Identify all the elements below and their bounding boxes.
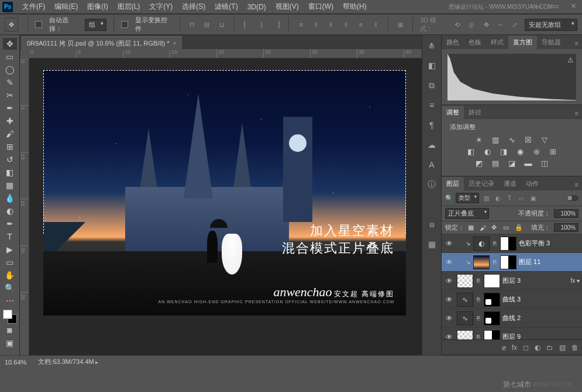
mask-thumbnail[interactable] [484, 330, 500, 340]
filter-kind-dropdown[interactable]: 类型 [456, 193, 479, 203]
mask-thumbnail[interactable] [500, 255, 516, 269]
quick-select-tool-icon[interactable]: ✎ [3, 77, 17, 88]
zoom-level[interactable]: 10.64% [5, 359, 26, 366]
lasso-tool-icon[interactable]: ◯ [3, 64, 17, 75]
colorlookup-icon[interactable]: ⊞ [547, 147, 558, 156]
doc-info[interactable]: 文档:63.3M/734.4M [38, 358, 98, 366]
hand-tool-icon[interactable]: ✋ [3, 269, 17, 281]
align-left-icon[interactable]: ▏ [242, 19, 252, 30]
tab-styles[interactable]: 样式 [486, 36, 508, 49]
brush-panel-icon[interactable]: ⋔ [426, 40, 438, 51]
distribute-icon[interactable]: ⫴ [340, 19, 350, 30]
layer-fx-icon[interactable]: fx [512, 344, 517, 352]
vibrance-icon[interactable]: ▽ [539, 135, 550, 144]
info-panel-icon[interactable]: ⓘ [426, 179, 438, 190]
curves-icon[interactable]: ∿ [507, 135, 517, 144]
clone-source-icon[interactable]: ⧉ [426, 79, 438, 91]
layer-list[interactable]: 👁 ↘ ◐ ⎘ 色彩平衡 3 👁 ↘ ⎘ 图层 11 👁 [442, 234, 582, 339]
minimize-icon[interactable]: — [529, 0, 547, 12]
type-panel-icon[interactable]: A [426, 159, 438, 171]
fill-input[interactable]: 100% [554, 223, 578, 232]
layer-row[interactable]: 👁 ↘ ⎘ 图层 11 [442, 253, 582, 272]
document-tab[interactable]: 0R9A0111 拷 贝.psd @ 10.6% (图层 11, RGB/8) … [21, 36, 182, 50]
tab-swatches[interactable]: 色板 [464, 36, 486, 49]
glyphs-icon[interactable]: ⧇ [426, 218, 438, 230]
pen-tool-icon[interactable]: ✒ [3, 218, 17, 230]
bw-icon[interactable]: ◨ [498, 147, 509, 156]
menu-view[interactable]: 视图(V) [271, 1, 304, 13]
visibility-icon[interactable]: 👁 [444, 238, 454, 249]
mask-thumbnail[interactable] [500, 237, 516, 251]
layer-thumbnail[interactable] [457, 330, 473, 340]
canvas[interactable]: 加入星空素材 混合模式正片叠底 anwenchao 安文超 高端修图 AN WE… [43, 70, 406, 315]
layer-name[interactable]: 曲线 3 [502, 295, 521, 304]
brush-presets-icon[interactable]: ◧ [426, 60, 438, 71]
menu-edit[interactable]: 编辑(E) [50, 1, 82, 13]
menu-select[interactable]: 选择(S) [177, 1, 210, 13]
stamp-tool-icon[interactable]: ⊞ [3, 141, 17, 152]
distribute-icon[interactable]: ⫴ [326, 19, 336, 30]
tab-color[interactable]: 颜色 [442, 36, 464, 49]
marquee-tool-icon[interactable]: ▭ [3, 51, 17, 63]
panel-menu-icon[interactable]: ≡ [571, 37, 582, 49]
opacity-input[interactable]: 100% [554, 209, 578, 218]
tab-paths[interactable]: 路径 [464, 106, 486, 119]
lock-move-icon[interactable]: ✥ [491, 224, 500, 231]
menu-layer[interactable]: 图层(L) [113, 1, 145, 13]
new-layer-icon[interactable]: ▤ [559, 344, 566, 352]
move-tool-icon[interactable]: ✥ [5, 18, 18, 32]
align-bottom-icon[interactable]: ⊔ [217, 19, 227, 30]
layer-name[interactable]: 色彩平衡 3 [519, 239, 550, 248]
histogram-warning-icon[interactable]: ⚠ [567, 56, 574, 64]
layer-name[interactable]: 图层 3 [502, 276, 521, 285]
gradientmap-icon[interactable]: ▬ [523, 158, 533, 168]
rectangle-tool-icon[interactable]: ▭ [3, 256, 17, 268]
filter-smart-icon[interactable]: ▣ [528, 194, 538, 202]
layer-thumbnail[interactable]: ∿ [457, 293, 473, 307]
layer-thumbnail[interactable]: ∿ [457, 311, 473, 325]
visibility-icon[interactable]: 👁 [444, 276, 454, 286]
layer-mask-icon[interactable]: ◻ [523, 344, 529, 352]
3d-orbit-icon[interactable]: ⟲ [452, 19, 462, 30]
mask-link-icon[interactable]: ⎘ [476, 334, 481, 339]
tab-adjustments[interactable]: 调整 [442, 106, 464, 119]
layer-thumbnail[interactable]: ◐ [473, 237, 490, 251]
auto-select-checkbox[interactable] [35, 21, 42, 28]
mask-thumbnail[interactable] [484, 311, 500, 325]
type-tool-icon[interactable]: T [3, 231, 17, 242]
eraser-tool-icon[interactable]: ◧ [3, 166, 17, 178]
healing-tool-icon[interactable]: ✚ [3, 115, 17, 127]
visibility-icon[interactable]: 👁 [444, 332, 454, 340]
brush-tool-icon[interactable]: 🖌 [3, 128, 17, 140]
layer-name[interactable]: 曲线 2 [502, 314, 521, 322]
link-layers-icon[interactable]: ⌀ [502, 344, 506, 352]
lock-artboard-icon[interactable]: ▭ [503, 224, 511, 231]
align-right-icon[interactable]: ▕ [271, 19, 281, 30]
gradient-tool-icon[interactable]: ▦ [3, 179, 17, 191]
character-panel-icon[interactable]: ¶ [426, 119, 438, 131]
filter-shape-icon[interactable]: ▱ [516, 194, 526, 202]
selective-icon[interactable]: ◫ [539, 158, 550, 168]
maximize-icon[interactable]: ▭ [547, 0, 564, 12]
tab-actions[interactable]: 动作 [521, 177, 543, 190]
eyedropper-tool-icon[interactable]: ✒ [3, 102, 17, 114]
layer-row[interactable]: 👁 ∿ ⎘ 曲线 3 [442, 290, 582, 309]
tab-navigator[interactable]: 导航器 [537, 36, 566, 49]
distribute-icon[interactable]: ≡ [356, 19, 366, 30]
tab-close-icon[interactable]: × [173, 40, 177, 47]
quickmask-icon[interactable]: ◙ [3, 324, 17, 336]
tab-history[interactable]: 历史记录 [464, 177, 499, 190]
tab-channels[interactable]: 通道 [499, 177, 521, 190]
blend-mode-dropdown[interactable]: 正片叠底 [445, 208, 489, 219]
3d-pan-icon[interactable]: ✥ [481, 19, 491, 30]
group-icon[interactable]: 🗀 [546, 344, 553, 352]
tab-layers[interactable]: 图层 [442, 177, 464, 190]
mask-link-icon[interactable]: ⎘ [476, 315, 481, 321]
filter-adjust-icon[interactable]: ◐ [493, 194, 502, 202]
layer-row[interactable]: 👁 ⎘ 图层 3 fx ▾ [442, 272, 582, 290]
mask-link-icon[interactable]: ⎘ [492, 259, 498, 265]
lock-all-icon[interactable]: 🔒 [515, 224, 523, 231]
3d-slide-icon[interactable]: ↔ [495, 19, 505, 30]
colorbalance-icon[interactable]: ◐ [482, 147, 493, 156]
zoom-tool-icon[interactable]: 🔍 [3, 282, 17, 294]
